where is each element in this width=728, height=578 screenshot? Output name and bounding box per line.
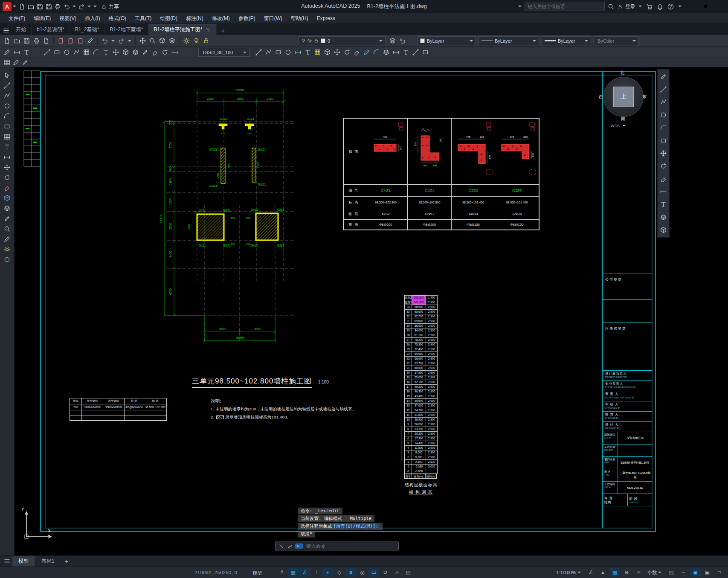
tssd-tool-icon[interactable] (342, 48, 351, 57)
erase-tool-icon[interactable] (659, 174, 668, 183)
grid-display-icon[interactable]: # (276, 568, 287, 577)
rotate-tool-icon[interactable] (659, 162, 668, 171)
hatch-icon[interactable] (3, 132, 12, 141)
undo-icon[interactable] (100, 36, 109, 45)
wall-reinforcement-table[interactable]: 墙厚 竖向钢筋 水平钢筋 拉 筋 标 高 200 Φ8@200两排 Φ8@200… (70, 398, 167, 421)
tssd-text-icon[interactable] (22, 48, 31, 57)
title-block[interactable]: 公司签章 注册师签章 设计总负责人 PROJECT DIRECTOR 专业负责人… (602, 72, 652, 528)
table-tool-icon[interactable] (3, 58, 12, 67)
plotstyle-dropdown-caret-icon[interactable] (632, 40, 636, 42)
redo-caret-icon[interactable] (87, 6, 91, 7)
minimize-button[interactable] (684, 0, 697, 13)
close-tab-icon[interactable] (205, 26, 211, 33)
doc-tab-active[interactable]: B1-2墙柱平法施工图* (148, 23, 217, 35)
tssd-tool-icon[interactable] (421, 48, 430, 57)
edit-pencil-icon[interactable] (659, 72, 668, 81)
erase-icon[interactable] (3, 183, 12, 192)
text-icon[interactable] (3, 142, 12, 151)
signin-caret-icon[interactable] (638, 6, 642, 7)
color-dropdown[interactable]: ByLayer (417, 36, 476, 45)
app-menu-caret-icon[interactable] (13, 6, 16, 7)
match-properties-icon[interactable] (86, 36, 95, 45)
tssd-tool-icon[interactable] (274, 48, 283, 57)
shear-walls[interactable] (197, 124, 278, 240)
drawing-title[interactable]: 三单元98.500~102.800墙柱施工图 1:100 (192, 376, 329, 388)
tssd-tool-icon[interactable] (254, 48, 263, 57)
menu-item[interactable]: 插入(I) (81, 13, 104, 24)
select-cursor-icon[interactable] (3, 71, 12, 80)
lineweight-dropdown[interactable]: ByLayer (542, 36, 591, 45)
pencil-icon[interactable] (3, 214, 12, 223)
plotstyle-dropdown[interactable]: ByColor (594, 36, 639, 45)
polar-tracking-icon[interactable]: ⊥ (311, 568, 322, 577)
tssd-wall-icon[interactable] (52, 48, 61, 57)
autoscale-icon[interactable]: ▲ (597, 568, 608, 577)
annotation-objects-icon[interactable]: ⊕ (621, 568, 632, 577)
doc-tab-2[interactable]: B1_2基础* (70, 24, 105, 35)
new-file-icon[interactable] (3, 36, 12, 45)
edit-tool-icon[interactable] (20, 58, 29, 67)
rectangle-icon[interactable] (3, 122, 12, 131)
properties-palette-icon[interactable] (168, 36, 177, 45)
signin-button[interactable]: 登录 (617, 3, 635, 10)
zoom-realtime-icon[interactable] (148, 36, 157, 45)
tssd-rebar-icon[interactable] (92, 48, 101, 57)
model-space-indicator[interactable]: 模型 (252, 570, 262, 576)
viewcube-west-label[interactable]: 西 (599, 94, 603, 100)
isolate-objects-icon[interactable]: ▣ (702, 568, 713, 577)
tssd-settings-icon[interactable] (3, 48, 12, 57)
viewcube-east-label[interactable]: 东 (642, 94, 647, 100)
tssd-axis-icon[interactable] (43, 48, 52, 57)
layer-properties-icon[interactable] (388, 36, 397, 45)
tssd-tool-icon[interactable] (362, 48, 371, 57)
qat-open-icon[interactable] (26, 2, 35, 11)
command-options[interactable]: [放弃(U)/模式(M)]: (332, 523, 380, 529)
layer-freeze-sun-icon[interactable] (307, 38, 313, 44)
command-input[interactable] (305, 543, 396, 549)
menu-item[interactable]: 修改(M) (208, 13, 234, 24)
tssd-label-icon[interactable] (102, 48, 110, 57)
command-input-bar[interactable]: >_ (275, 541, 399, 551)
text-tool-icon[interactable] (659, 200, 668, 209)
plan-drawing[interactable]: 6950 2150 2650 2150 200 3700 400 1800 16… (149, 77, 311, 360)
app-store-cart-icon[interactable] (645, 2, 654, 11)
menu-item[interactable]: 文件(F) (4, 13, 29, 24)
tssd-tool-icon[interactable] (264, 48, 273, 57)
layer-lock-icon[interactable] (313, 38, 319, 44)
brush-icon[interactable] (3, 235, 12, 244)
viewcube-south-label[interactable]: 南 (621, 116, 625, 122)
tssd-tool-icon[interactable] (303, 48, 312, 57)
layer-dropdown-caret-icon[interactable] (379, 40, 383, 42)
tssd-tool-icon[interactable] (372, 48, 381, 57)
linetype-dropdown[interactable]: ByLayer (479, 36, 539, 45)
circle-tool-icon[interactable] (659, 110, 668, 119)
block-icon[interactable] (3, 194, 12, 203)
tssd-erase-icon[interactable] (151, 48, 160, 57)
tssd-tool-icon[interactable] (382, 48, 391, 57)
tssd-tool-icon[interactable] (392, 48, 400, 57)
transparency-icon[interactable]: ▭ (368, 568, 379, 577)
help-search-box[interactable] (525, 2, 605, 11)
annotation-scale-dropdown[interactable]: 1:1/100% (554, 569, 584, 576)
layer-previous-icon[interactable] (398, 36, 407, 45)
tssd-edit-icon[interactable] (141, 48, 150, 57)
tssd-layer-icon[interactable] (131, 48, 140, 57)
qat-new-icon[interactable] (17, 2, 26, 11)
hardware-acceleration-icon[interactable]: ◉ (690, 568, 701, 577)
tssd-tool-icon[interactable] (313, 48, 322, 57)
text-style-dropdown[interactable]: TSSD_30_100 (198, 48, 249, 57)
layer-states-sun-icon[interactable] (182, 36, 191, 45)
cut-clip-icon[interactable] (56, 36, 65, 45)
arc-icon[interactable] (3, 112, 12, 121)
tssd-column-icon[interactable] (62, 48, 71, 57)
copy-clip-icon[interactable] (66, 36, 75, 45)
tssd-measure-icon[interactable] (170, 48, 179, 57)
tssd-tool-icon[interactable] (352, 48, 361, 57)
selection-cycling-icon[interactable]: ↺ (380, 568, 391, 577)
column-schedule-table[interactable]: 截 面 400 200 300 (343, 118, 539, 230)
tssd-move-icon[interactable] (111, 48, 120, 57)
save-icon[interactable] (22, 36, 31, 45)
layer-lock-icon[interactable] (202, 36, 211, 45)
layer-on-off-bulb-icon[interactable] (192, 36, 201, 45)
named-views-icon[interactable] (158, 36, 167, 45)
